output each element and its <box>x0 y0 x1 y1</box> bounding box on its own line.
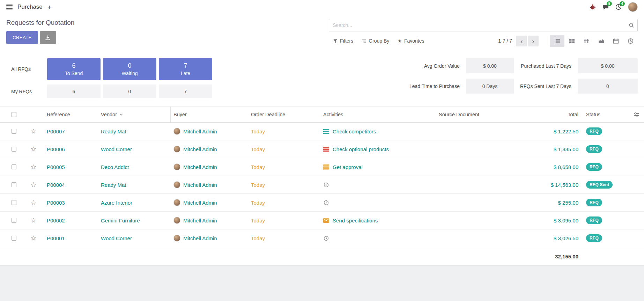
page-title: Requests for Quotation <box>6 19 320 27</box>
activity-type-icon[interactable] <box>323 182 330 188</box>
activity-type-icon[interactable] <box>323 164 330 170</box>
vendor-link[interactable]: Wood Corner <box>101 235 132 241</box>
buyer-link[interactable]: Mitchell Admin <box>183 235 217 241</box>
group-by-label: Group By <box>369 38 389 44</box>
favorite-star-icon[interactable]: ☆ <box>30 163 37 170</box>
column-header-buyer[interactable]: Buyer <box>171 112 248 117</box>
row-checkbox[interactable] <box>12 236 16 241</box>
select-all-checkbox[interactable] <box>12 112 16 117</box>
row-checkbox[interactable] <box>12 147 16 152</box>
my-to-send-count[interactable]: 6 <box>47 85 101 98</box>
filters-button[interactable]: Filters <box>329 36 357 46</box>
favorites-button[interactable]: ★ Favorites <box>393 36 428 46</box>
pager-next-button[interactable]: › <box>528 36 539 46</box>
row-checkbox[interactable] <box>12 129 16 134</box>
messages-icon[interactable]: 5 <box>602 4 609 10</box>
kpi-waiting-button[interactable]: 0 Waiting <box>103 58 156 80</box>
vendor-link[interactable]: Azure Interior <box>101 200 132 206</box>
buyer-avatar <box>173 163 180 170</box>
vendor-link[interactable]: Gemini Furniture <box>101 218 140 223</box>
row-checkbox[interactable] <box>12 218 16 223</box>
reference-link[interactable]: P00005 <box>47 164 65 170</box>
create-button[interactable]: CREATE <box>6 31 38 44</box>
buyer-link[interactable]: Mitchell Admin <box>183 182 217 188</box>
purchased-last-7-days-label: Purchased Last 7 Days <box>520 63 571 69</box>
reference-link[interactable]: P00007 <box>47 129 65 134</box>
activity-type-icon[interactable] <box>323 235 330 241</box>
search-input[interactable] <box>329 19 638 31</box>
favorite-star-icon[interactable]: ☆ <box>30 146 37 153</box>
vendor-link[interactable]: Deco Addict <box>101 164 129 170</box>
table-row[interactable]: ☆ P00007 Ready Mat Mitchell Admin Today … <box>0 123 644 140</box>
table-row[interactable]: ☆ P00005 Deco Addict Mitchell Admin Toda… <box>0 158 644 176</box>
total-amount: $ 1,222.50 <box>522 129 583 134</box>
buyer-link[interactable]: Mitchell Admin <box>183 218 217 223</box>
vendor-link[interactable]: Ready Mat <box>101 182 126 188</box>
search-icon[interactable] <box>629 22 634 28</box>
favorite-star-icon[interactable]: ☆ <box>30 199 37 206</box>
vendor-link[interactable]: Wood Corner <box>101 146 132 152</box>
reference-link[interactable]: P00003 <box>47 200 65 206</box>
activity-label[interactable]: Send specifications <box>333 218 378 223</box>
table-row[interactable]: ☆ P00004 Ready Mat Mitchell Admin Today … <box>0 176 644 194</box>
buyer-link[interactable]: Mitchell Admin <box>183 164 217 170</box>
my-late-count[interactable]: 7 <box>159 85 212 98</box>
view-switch-list[interactable] <box>550 35 564 47</box>
column-header-reference[interactable]: Reference <box>44 112 98 117</box>
kpi-to-send-button[interactable]: 6 To Send <box>47 58 101 80</box>
column-header-activities[interactable]: Activities <box>320 112 436 117</box>
view-switch-activity[interactable] <box>623 35 638 47</box>
activity-type-icon[interactable] <box>323 218 330 223</box>
activities-clock-icon[interactable]: 4 <box>615 4 622 10</box>
view-switch-graph[interactable] <box>594 35 608 47</box>
column-options-icon[interactable] <box>634 112 639 117</box>
favorite-star-icon[interactable]: ☆ <box>30 217 37 224</box>
activity-label[interactable]: Get approval <box>333 164 363 170</box>
column-header-vendor[interactable]: Vendor <box>98 107 171 122</box>
bug-icon[interactable] <box>589 4 596 10</box>
clock-icon <box>323 182 329 188</box>
buyer-link[interactable]: Mitchell Admin <box>183 129 217 134</box>
favorite-star-icon[interactable]: ☆ <box>30 128 37 135</box>
view-switch-kanban[interactable] <box>564 35 579 47</box>
activity-type-icon[interactable] <box>323 146 330 152</box>
reference-link[interactable]: P00006 <box>47 146 65 152</box>
reference-link[interactable]: P00002 <box>47 218 65 223</box>
plus-icon[interactable]: + <box>47 3 52 11</box>
column-header-source-document[interactable]: Source Document <box>436 112 522 117</box>
app-name[interactable]: Purchase <box>17 3 43 10</box>
my-waiting-count[interactable]: 0 <box>103 85 156 98</box>
buyer-link[interactable]: Mitchell Admin <box>183 200 217 206</box>
kpi-late-button[interactable]: 7 Late <box>159 58 212 80</box>
export-button[interactable] <box>40 31 56 44</box>
systray: 5 4 <box>589 2 638 12</box>
vendor-link[interactable]: Ready Mat <box>101 129 126 134</box>
favorite-star-icon[interactable]: ☆ <box>30 181 37 188</box>
column-header-order-deadline[interactable]: Order Deadline <box>248 112 320 117</box>
table-row[interactable]: ☆ P00003 Azure Interior Mitchell Admin T… <box>0 194 644 212</box>
reference-link[interactable]: P00004 <box>47 182 65 188</box>
favorite-star-icon[interactable]: ☆ <box>30 235 37 242</box>
user-avatar[interactable] <box>628 2 638 12</box>
messages-count-badge: 5 <box>607 1 612 6</box>
view-switch-calendar[interactable] <box>608 35 623 47</box>
all-rfqs-label: All RFQs <box>11 66 45 72</box>
column-header-status[interactable]: Status <box>583 112 629 117</box>
activity-type-icon[interactable] <box>323 129 330 134</box>
buyer-link[interactable]: Mitchell Admin <box>183 146 217 152</box>
reference-link[interactable]: P00001 <box>47 235 65 241</box>
hamburger-menu-icon[interactable] <box>6 5 13 9</box>
table-row[interactable]: ☆ P00006 Wood Corner Mitchell Admin Toda… <box>0 140 644 158</box>
row-checkbox[interactable] <box>12 164 16 169</box>
row-checkbox[interactable] <box>12 200 16 205</box>
pager-previous-button[interactable]: ‹ <box>516 36 527 46</box>
activity-type-icon[interactable] <box>323 200 330 205</box>
table-row[interactable]: ☆ P00002 Gemini Furniture Mitchell Admin… <box>0 212 644 229</box>
group-by-button[interactable]: Group By <box>357 36 393 46</box>
column-header-total[interactable]: Total <box>522 112 583 117</box>
activity-label[interactable]: Check optional products <box>333 146 389 152</box>
activity-label[interactable]: Check competitors <box>333 129 376 134</box>
view-switch-pivot[interactable] <box>579 35 594 47</box>
row-checkbox[interactable] <box>12 182 16 187</box>
table-row[interactable]: ☆ P00001 Wood Corner Mitchell Admin Toda… <box>0 229 644 247</box>
